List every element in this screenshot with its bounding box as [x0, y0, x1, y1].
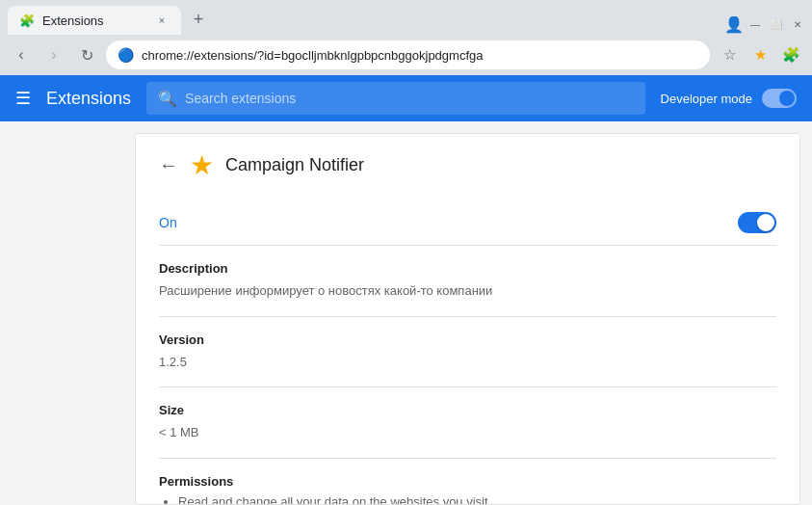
version-section: Version 1.2.5	[159, 317, 776, 388]
browser-tab[interactable]: 🧩 Extensions ×	[8, 6, 181, 35]
extension-header-row: ← ★ Campaign Notifier	[159, 149, 776, 181]
size-section: Size < 1 MB	[159, 387, 776, 459]
hamburger-menu-button[interactable]: ☰	[15, 88, 31, 109]
scrollbar-area[interactable]	[800, 121, 812, 505]
version-value: 1.2.5	[159, 353, 776, 372]
size-value: < 1 MB	[159, 423, 776, 442]
extension-toggle-row: On	[159, 200, 776, 246]
tab-close-button[interactable]: ×	[154, 13, 170, 28]
new-tab-button[interactable]: +	[185, 6, 212, 33]
description-text: Расширение информирует о новостях какой-…	[159, 281, 776, 301]
url-text: chrome://extensions/?id=bgoclljmbknlgpbp…	[142, 48, 698, 63]
window-controls: 👤 — ⬜ ✕	[727, 17, 804, 31]
account-icon[interactable]: 👤	[727, 17, 741, 31]
extensions-button[interactable]: 🧩	[777, 41, 804, 68]
back-button[interactable]: ‹	[8, 41, 35, 68]
tab-title: Extensions	[42, 13, 104, 28]
permissions-title: Permissions	[159, 474, 776, 489]
tab-favicon: 🧩	[19, 13, 35, 28]
search-box[interactable]: 🔍 Search extensions	[146, 82, 645, 115]
version-title: Version	[159, 332, 776, 347]
developer-mode-label: Developer mode	[661, 92, 752, 106]
toggle-ext-knob	[757, 214, 774, 231]
sidebar-space	[0, 121, 135, 505]
address-actions: ☆ ★ 🧩	[716, 41, 804, 68]
permission-item-0: Read and change all your data on the web…	[178, 494, 776, 506]
permissions-list: Read and change all your data on the web…	[159, 494, 776, 506]
browser-frame: 🧩 Extensions × + 👤 — ⬜ ✕ ‹ › ↻ 🔵 chrome:…	[0, 0, 812, 505]
title-bar: 🧩 Extensions × + 👤 — ⬜ ✕	[0, 0, 812, 35]
developer-mode-section: Developer mode	[661, 89, 797, 108]
description-title: Description	[159, 261, 776, 276]
search-icon: 🔍	[158, 90, 177, 108]
star-bookmark-button[interactable]: ★	[747, 41, 773, 68]
main-area: ← ★ Campaign Notifier On Description Рас…	[0, 121, 812, 505]
close-button[interactable]: ✕	[791, 17, 804, 31]
address-bar: ‹ › ↻ 🔵 chrome://extensions/?id=bgoclljm…	[0, 35, 812, 75]
extension-star-icon: ★	[190, 149, 214, 181]
extension-name: Campaign Notifier	[225, 155, 364, 175]
permissions-section: Permissions Read and change all your dat…	[159, 459, 776, 506]
extension-enable-toggle[interactable]	[738, 212, 776, 233]
forward-button[interactable]: ›	[40, 41, 67, 68]
extension-detail-panel: ← ★ Campaign Notifier On Description Рас…	[135, 133, 800, 505]
back-button[interactable]: ←	[159, 154, 178, 176]
extensions-title: Extensions	[46, 89, 131, 109]
url-secure-icon: 🔵	[118, 47, 134, 63]
toggle-knob	[779, 91, 795, 106]
size-title: Size	[159, 403, 776, 417]
url-bar[interactable]: 🔵 chrome://extensions/?id=bgoclljmbknlgp…	[106, 40, 710, 69]
on-label: On	[159, 215, 177, 230]
minimize-button[interactable]: —	[748, 17, 762, 31]
bookmark-button[interactable]: ☆	[716, 41, 743, 68]
reload-button[interactable]: ↻	[73, 41, 100, 68]
search-input[interactable]: Search extensions	[185, 91, 634, 106]
extensions-header: ☰ Extensions 🔍 Search extensions Develop…	[0, 75, 812, 121]
description-section: Description Расширение информирует о нов…	[159, 246, 776, 317]
developer-mode-toggle[interactable]	[762, 89, 797, 108]
maximize-button[interactable]: ⬜	[770, 17, 783, 31]
